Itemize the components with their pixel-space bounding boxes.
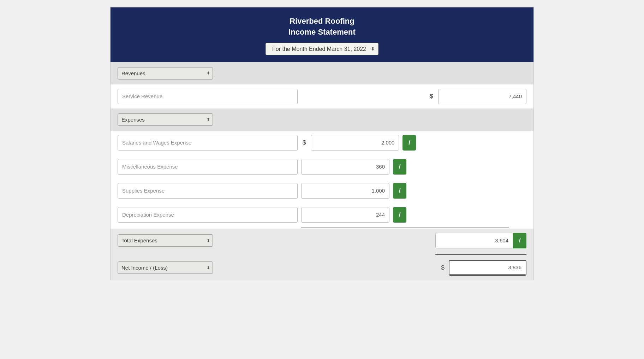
depreciation-row: i (111, 203, 533, 227)
header-title: Riverbed Roofing Income Statement (118, 16, 526, 38)
service-revenue-value[interactable] (438, 89, 526, 104)
dollar-sign: $ (430, 93, 433, 100)
depreciation-info-btn[interactable]: i (393, 207, 406, 223)
company-name: Riverbed Roofing (290, 17, 354, 25)
service-revenue-label[interactable] (118, 89, 298, 104)
period-select[interactable]: For the Month Ended March 31, 2022 (266, 43, 378, 55)
net-income-value[interactable] (449, 260, 526, 276)
service-revenue-row: $ (111, 84, 533, 108)
net-income-select-wrapper[interactable]: Net Income / (Loss) (118, 261, 213, 274)
total-value-wrapper: i (435, 233, 526, 248)
supplies-label[interactable] (118, 183, 298, 199)
revenues-section-header: Revenues (111, 62, 533, 84)
depreciation-value[interactable] (301, 207, 389, 223)
expenses-select[interactable]: Expenses (118, 113, 213, 126)
misc-label[interactable] (118, 159, 298, 175)
salaries-row: $ i (111, 131, 533, 155)
misc-info-btn[interactable]: i (393, 159, 406, 175)
expenses-select-wrapper[interactable]: Expenses (118, 113, 213, 126)
double-underline-container (111, 253, 533, 256)
revenues-select-wrapper[interactable]: Revenues (118, 67, 213, 80)
supplies-info-btn[interactable]: i (393, 183, 406, 199)
total-expenses-info-btn[interactable]: i (513, 233, 526, 248)
dollar-sign-net: $ (441, 264, 445, 271)
total-underline (301, 228, 509, 228)
header: Riverbed Roofing Income Statement For th… (111, 7, 533, 62)
double-underline (435, 254, 526, 255)
total-expenses-select-wrapper[interactable]: Total Expenses (118, 234, 213, 247)
salaries-value[interactable] (311, 135, 399, 151)
net-income-select[interactable]: Net Income / (Loss) (118, 261, 213, 274)
expenses-section-header: Expenses (111, 108, 533, 131)
net-income-row: Net Income / (Loss) $ (111, 256, 533, 280)
total-expenses-select[interactable]: Total Expenses (118, 234, 213, 247)
revenues-select[interactable]: Revenues (118, 67, 213, 80)
supplies-row: i (111, 179, 533, 203)
depreciation-label[interactable] (118, 207, 298, 223)
misc-value[interactable] (301, 159, 389, 175)
total-expenses-row: Total Expenses i (111, 229, 533, 253)
total-expenses-value[interactable] (435, 233, 513, 248)
salaries-label[interactable] (118, 135, 298, 151)
misc-row: i (111, 155, 533, 179)
salaries-info-btn[interactable]: i (402, 135, 416, 151)
income-statement: Riverbed Roofing Income Statement For th… (110, 7, 534, 280)
dollar-sign-salaries: $ (303, 139, 306, 146)
period-select-wrapper[interactable]: For the Month Ended March 31, 2022 (266, 43, 378, 55)
statement-type: Income Statement (288, 28, 356, 36)
supplies-value[interactable] (301, 183, 389, 199)
net-value-wrapper: $ (440, 260, 526, 276)
